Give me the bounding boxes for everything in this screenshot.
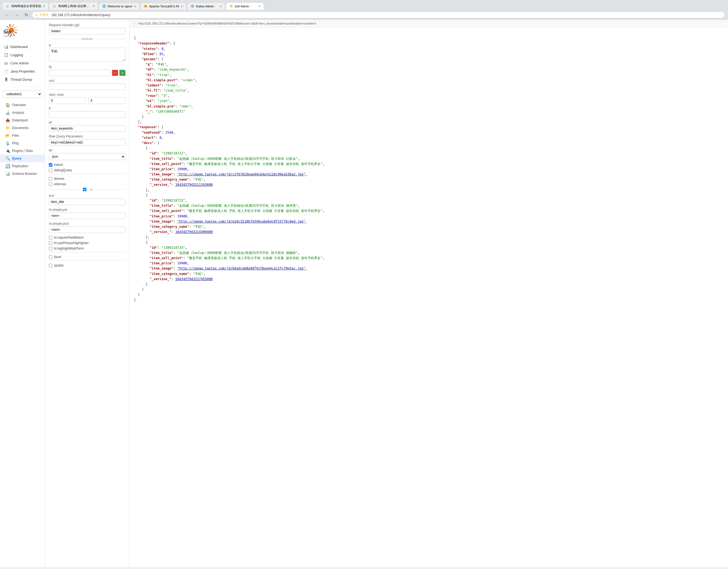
sidebar-sub-item-analysis[interactable]: 🔬 Analysis [0, 109, 45, 116]
tab-5-close[interactable]: ✕ [219, 5, 222, 8]
documents-label: Documents [12, 126, 29, 130]
fq-input[interactable] [49, 70, 111, 76]
replication-icon: 🔄 [5, 164, 10, 168]
common-line-left [49, 39, 79, 39]
tab-6-close[interactable]: ✕ [258, 5, 260, 8]
fq-minus-button[interactable]: − [112, 70, 118, 76]
tab-6-title: Solr Admin [235, 5, 257, 8]
common-section: common [49, 37, 125, 40]
result-panel: 📄 http://192.168.173.148/solr/collection… [130, 20, 728, 567]
sidebar-sub-item-plugins-stats[interactable]: 🔌 Plugins / Stats [0, 147, 45, 155]
tab-4[interactable]: 🐱 Apache Tomcat/8.5.43 ✕ [140, 2, 186, 10]
sort-group: sort [49, 79, 125, 90]
browser-chrome: 🛒 淘淘商城后台管理系统 ✕ 🛒 淘淘网上商城-综合网购首选（J... ✕ 🌐 … [0, 0, 728, 20]
tab-1[interactable]: 🛒 淘淘商城后台管理系统 ✕ [2, 2, 49, 10]
tab-5[interactable]: ⚙️ Dubbo Admin ✕ [187, 2, 225, 10]
sidebar-item-logging[interactable]: 📋 Logging [0, 51, 45, 59]
hl-simple-pre-input[interactable] [49, 212, 125, 219]
edismax-row: edismax [49, 182, 125, 186]
dismax-label: dismax [54, 177, 64, 180]
sidebar-sub-item-ping[interactable]: 📡 Ping [0, 139, 45, 147]
q-label: q [49, 43, 125, 47]
start-input[interactable] [49, 97, 86, 104]
rows-input[interactable] [88, 97, 126, 104]
fq-plus-button[interactable]: + [119, 70, 125, 76]
url-icon: 📄 [133, 22, 137, 25]
raw-query-input[interactable] [49, 139, 125, 146]
sidebar-item-dashboard[interactable]: 📊 Dashboard [0, 43, 45, 51]
logging-icon: 📋 [4, 53, 8, 57]
debug-query-checkbox[interactable] [49, 168, 52, 172]
sidebar-sub-item-files[interactable]: 📂 Files [0, 132, 45, 139]
svg-line-12 [9, 25, 10, 27]
sidebar-sub-item-replication[interactable]: 🔄 Replication [0, 162, 45, 170]
sidebar-sub-item-dataimport[interactable]: 📥 Dataimport [0, 116, 45, 124]
hl-checkbox[interactable] [83, 188, 86, 191]
sidebar-item-java-properties[interactable]: 📄 Java Properties [0, 67, 45, 75]
hl-use-phrase-highlighter-checkbox[interactable] [49, 241, 52, 245]
hl-simple-post-label: hl.simple.post [49, 222, 125, 225]
java-properties-icon: 📄 [4, 69, 8, 73]
hl-fl-input[interactable] [49, 198, 125, 205]
fq-group: fq − + [49, 65, 125, 76]
sidebar-sub-item-overview[interactable]: 🏠 Overview [0, 101, 45, 109]
main-content: Request-Handler (qt) common q 手机 fq − + [45, 20, 728, 567]
plugins-stats-icon: 🔌 [5, 149, 10, 153]
request-handler-input[interactable] [49, 28, 125, 34]
sidebar-sub-item-documents[interactable]: 📁 Documents [0, 124, 45, 132]
df-group: df [49, 120, 125, 132]
svg-line-7 [11, 34, 11, 37]
query-label: Query [12, 156, 22, 160]
tab-2[interactable]: 🛒 淘淘网上商城-综合网购首选（J... ✕ [49, 2, 98, 10]
indent-checkbox[interactable] [49, 163, 52, 167]
tab-6[interactable]: ☀️ Solr Admin ✕ [226, 2, 264, 10]
solr-logo: Apache Solr [0, 20, 45, 40]
hl-simple-pre-group: hl.simple.pre [49, 208, 125, 219]
sidebar-sub-item-schema-browser[interactable]: 📊 Schema Browser [0, 170, 45, 177]
debug-query-row: debugQuery [49, 168, 125, 172]
hl-require-field-match-checkbox[interactable] [49, 236, 52, 239]
q-input[interactable]: 手机 [49, 48, 125, 61]
sidebar-sub-item-query[interactable]: 🔍 Query [0, 155, 45, 162]
dismax-checkbox[interactable] [49, 177, 52, 180]
fl-input[interactable] [49, 111, 125, 118]
thread-dump-label: Thread Dump [10, 77, 32, 82]
fl-label: fl [49, 107, 125, 110]
back-button[interactable]: ← [3, 12, 11, 18]
edismax-checkbox[interactable] [49, 182, 52, 186]
forward-button[interactable]: → [13, 12, 21, 18]
wt-select[interactable]: json xml csv python ruby php [49, 153, 125, 160]
refresh-button[interactable]: ↻ [23, 12, 30, 18]
sidebar-item-thread-dump[interactable]: 🧵 Thread Dump [0, 75, 45, 83]
tab-5-favicon: ⚙️ [191, 4, 194, 8]
documents-icon: 📁 [5, 126, 10, 130]
facet-checkbox[interactable] [49, 255, 52, 259]
collection-select[interactable]: collection1 [3, 90, 42, 98]
tab-3-close[interactable]: ✕ [134, 5, 136, 8]
q-group: q 手机 [49, 43, 125, 62]
tab-2-close[interactable]: ✕ [92, 5, 95, 8]
tab-1-close[interactable]: ✕ [43, 5, 45, 8]
start-rows-inputs [49, 97, 125, 104]
sidebar-item-core-admin[interactable]: 🗂 Core Admin [0, 59, 45, 67]
logging-label: Logging [10, 53, 23, 57]
address-input[interactable]: ⚠ 不安全 192.168.173.148/solr/#/collection1… [32, 11, 725, 18]
sub-nav: 🏠 Overview 🔬 Analysis 📥 Dataimport 📁 Doc… [0, 100, 45, 179]
request-handler-group: Request-Handler (qt) [49, 23, 125, 34]
tab-4-title: Apache Tomcat/8.5.43 [149, 5, 179, 8]
tab-4-close[interactable]: ✕ [181, 5, 183, 8]
dismax-row: dismax [49, 177, 125, 180]
sort-input[interactable] [49, 83, 125, 90]
dashboard-icon: 📊 [4, 44, 8, 49]
spatial-checkbox[interactable] [49, 264, 52, 267]
plugins-stats-label: Plugins / Stats [12, 149, 33, 153]
tab-3[interactable]: 🌐 Welcome to nginx! ✕ [99, 2, 140, 10]
tab-1-favicon: 🛒 [6, 4, 10, 8]
query-form: Request-Handler (qt) common q 手机 fq − + [45, 20, 130, 567]
hl-highlight-multi-term-checkbox[interactable] [49, 247, 52, 250]
core-admin-icon: 🗂 [4, 61, 8, 65]
df-input[interactable] [49, 125, 125, 132]
address-bar: ← → ↻ ⚠ 不安全 192.168.173.148/solr/#/colle… [0, 10, 728, 20]
schema-browser-icon: 📊 [5, 171, 10, 176]
hl-simple-post-input[interactable] [49, 226, 125, 233]
